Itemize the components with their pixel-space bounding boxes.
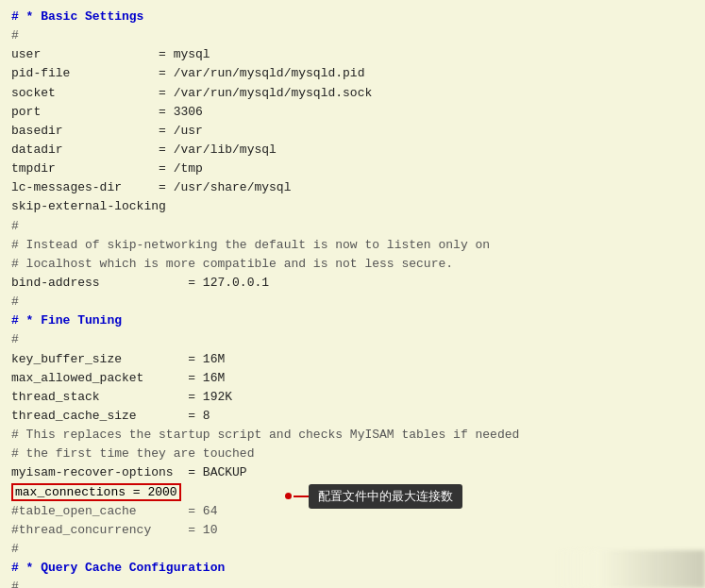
blur-overlay [554,550,705,588]
code-line: max_allowed_packet = 16M [11,369,694,388]
code-line: lc-messages-dir = /usr/share/mysql [11,178,694,197]
code-line: # [11,217,694,236]
code-line: # [11,26,694,45]
code-line: basedir = /usr [11,122,694,141]
code-line: # Instead of skip-networking the default… [11,236,694,255]
code-line: max_connections = 2000 [11,483,181,501]
code-line: # [11,330,694,349]
code-line: port = 3306 [11,103,694,122]
code-line: key_buffer_size = 16M [11,350,694,369]
code-line: # the first time they are touched [11,445,694,463]
code-line: user = mysql [11,45,694,64]
code-line: # * Basic Settings [11,8,694,26]
arrow-line [294,496,309,497]
code-line: myisam-recover-options = BACKUP [11,463,694,482]
arrow-dot [285,493,292,499]
code-line: # [11,293,694,311]
code-container: # * Basic Settings#user = mysqlpid-file … [0,0,705,588]
code-line: bind-address = 127.0.0.1 [11,274,694,293]
code-line: tmpdir = /tmp [11,160,694,178]
tooltip-text: 配置文件中的最大连接数 [309,484,462,509]
code-line: datadir = /var/lib/mysql [11,141,694,160]
code-line: thread_cache_size = 8 [11,407,694,426]
max-connections-row: max_connections = 2000配置文件中的最大连接数 [11,483,694,502]
code-line: skip-external-locking [11,197,694,216]
code-line: # This replaces the startup script and c… [11,426,694,445]
code-line: pid-file = /var/run/mysqld/mysqld.pid [11,64,694,83]
code-line: # localhost which is more compatible and… [11,255,694,274]
code-line: thread_stack = 192K [11,388,694,407]
highlighted-key: max_connections = 2000 [11,483,181,501]
code-line: # * Fine Tuning [11,311,694,330]
code-line: socket = /var/run/mysqld/mysqld.sock [11,84,694,103]
tooltip-container: 配置文件中的最大连接数 [285,484,462,509]
code-line: #thread_concurrency = 10 [11,521,694,540]
